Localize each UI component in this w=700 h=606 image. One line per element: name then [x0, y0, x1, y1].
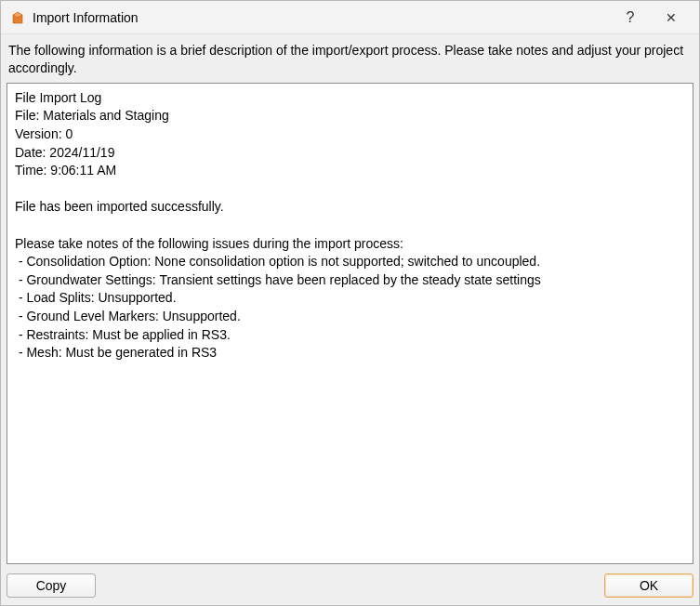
- ok-button[interactable]: OK: [604, 573, 693, 598]
- log-file: File: Materials and Staging: [15, 108, 169, 123]
- dialog-title: Import Information: [33, 10, 139, 25]
- copy-button[interactable]: Copy: [7, 573, 96, 598]
- log-issue: - Ground Level Markers: Unsupported.: [15, 309, 241, 323]
- log-textarea[interactable]: File Import Log File: Materials and Stag…: [7, 83, 693, 564]
- log-date: Date: 2024/11/19: [15, 145, 114, 160]
- description-text: The following information is a brief des…: [7, 40, 693, 83]
- app-icon: [10, 10, 25, 25]
- log-issue: - Consolidation Option: None consolidati…: [15, 254, 540, 269]
- dialog-content: The following information is a brief des…: [1, 34, 699, 605]
- log-issue: - Load Splits: Unsupported.: [15, 290, 177, 305]
- log-issue: - Groundwater Settings: Transient settin…: [15, 272, 541, 287]
- log-issues-heading: Please take notes of the following issue…: [15, 236, 403, 251]
- log-heading: File Import Log: [15, 90, 101, 105]
- titlebar: Import Information ? ✕: [1, 1, 699, 34]
- log-version: Version: 0: [15, 126, 73, 141]
- dialog-window: Import Information ? ✕ The following inf…: [0, 0, 700, 606]
- help-button[interactable]: ?: [610, 1, 651, 34]
- log-success: File has been imported successfully.: [15, 199, 224, 214]
- close-button[interactable]: ✕: [651, 1, 692, 34]
- button-row: Copy OK: [7, 573, 693, 598]
- log-issue: - Mesh: Must be generated in RS3: [15, 345, 217, 360]
- log-issue: - Restraints: Must be applied in RS3.: [15, 327, 231, 342]
- log-time: Time: 9:06:11 AM: [15, 163, 116, 178]
